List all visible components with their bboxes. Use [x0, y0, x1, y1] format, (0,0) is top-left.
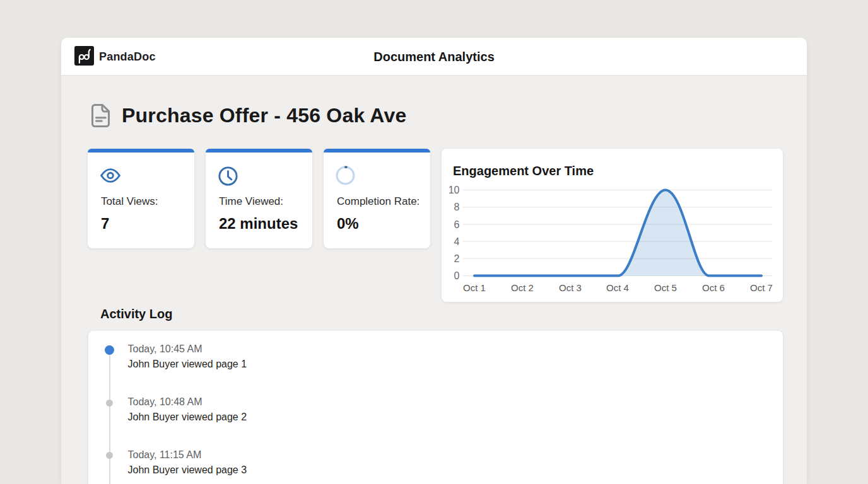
svg-text:Oct 5: Oct 5 — [654, 282, 677, 293]
svg-text:0: 0 — [454, 270, 460, 281]
svg-text:Oct 3: Oct 3 — [559, 282, 582, 293]
svg-text:Oct 7: Oct 7 — [750, 282, 773, 293]
svg-text:2: 2 — [454, 253, 460, 264]
svg-text:8: 8 — [454, 202, 460, 212]
svg-text:Oct 4: Oct 4 — [606, 282, 629, 293]
svg-text:4: 4 — [454, 236, 460, 247]
svg-text:10: 10 — [449, 185, 460, 195]
svg-text:Oct 2: Oct 2 — [511, 282, 534, 293]
svg-text:Oct 6: Oct 6 — [702, 282, 725, 293]
svg-text:Oct 1: Oct 1 — [463, 282, 486, 293]
svg-text:6: 6 — [454, 219, 460, 230]
